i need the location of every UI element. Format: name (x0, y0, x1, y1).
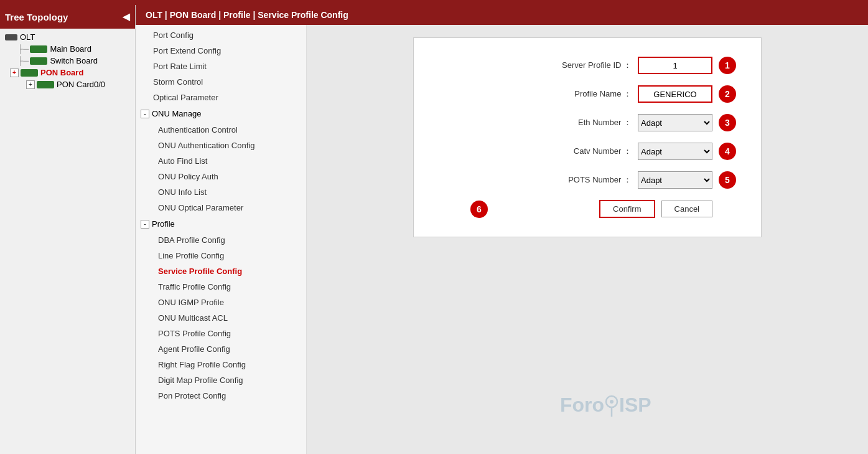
content-area: OLT | PON Board | Profile | Service Prof… (136, 5, 868, 454)
menu-item-dba[interactable]: DBA Profile Config (136, 232, 306, 248)
catv-number-select[interactable]: Adapt 012 (638, 143, 712, 160)
menu-item-onu-info[interactable]: ONU Info List (136, 184, 306, 200)
menu-item-igmp-profile[interactable]: ONU IGMP Profile (136, 295, 306, 310)
svg-point-2 (610, 400, 614, 404)
menu-item-storm[interactable]: Storm Control (136, 74, 306, 90)
breadcrumb: OLT | PON Board | Profile | Service Prof… (136, 5, 868, 25)
eth-number-row: Eth Number ： Adapt 01248 3 (426, 114, 736, 131)
pots-number-label: POTS Number ： (544, 174, 632, 186)
menu-item-pon-protect[interactable]: Pon Protect Config (136, 388, 306, 404)
profile-label: Profile (152, 219, 175, 229)
pon-card-label: PON Card0/0 (57, 80, 105, 89)
menu-item-port-extend[interactable]: Port Extend Config (136, 43, 306, 59)
sidebar-item-switch-board[interactable]: ├─ Switch Board (0, 55, 135, 67)
profile-expand[interactable]: - (141, 220, 149, 229)
menu-item-right-flag[interactable]: Right Flag Profile Config (136, 357, 306, 372)
step-3-badge: 3 (719, 114, 736, 131)
foro-antenna-icon (605, 394, 618, 417)
form-panel: Server Profile ID ： 1 Profile Name ： 2 E… (413, 37, 762, 237)
pots-number-row: POTS Number ： Adapt 01248 5 (426, 171, 736, 189)
menu-item-port-rate[interactable]: Port Rate Limit (136, 59, 306, 74)
catv-number-row: Catv Number ： Adapt 012 4 (426, 143, 736, 160)
main-board-label: Main Board (50, 44, 91, 54)
left-menu: Port Config Port Extend Config Port Rate… (136, 25, 307, 454)
server-profile-id-input[interactable] (638, 57, 712, 74)
pon-card-expand[interactable]: + (26, 80, 35, 89)
menu-item-multicast-acl[interactable]: ONU Multicast ACL (136, 310, 306, 326)
step-4-badge: 4 (719, 143, 736, 160)
menu-section-onu-manage[interactable]: - ONU Manage (136, 105, 306, 122)
step-5-badge: 5 (719, 171, 736, 189)
isp-text: ISP (619, 394, 651, 417)
pon-board-icon (21, 69, 38, 77)
sidebar-item-main-board[interactable]: ├─ Main Board (0, 43, 135, 55)
menu-item-digit-map[interactable]: Digit Map Profile Config (136, 372, 306, 388)
cancel-button[interactable]: Cancel (661, 201, 712, 217)
server-profile-id-row: Server Profile ID ： 1 (426, 57, 736, 74)
content-split: Port Config Port Extend Config Port Rate… (136, 25, 868, 454)
foro-text: Foro (560, 394, 604, 417)
sidebar-title: Tree Topology (5, 12, 68, 22)
eth-number-label: Eth Number ： (544, 117, 632, 128)
pon-card-icon (37, 81, 54, 88)
menu-item-auth-control[interactable]: Authentication Control (136, 122, 306, 138)
switch-board-icon (30, 57, 47, 65)
menu-item-onu-policy[interactable]: ONU Policy Auth (136, 169, 306, 184)
onu-manage-label: ONU Manage (152, 109, 201, 118)
sidebar-item-pon-card[interactable]: + PON Card0/0 (0, 78, 135, 90)
profile-name-input[interactable] (638, 85, 712, 103)
olt-icon (5, 34, 17, 40)
sidebar-item-pon-board[interactable]: + PON Board (0, 67, 135, 78)
menu-item-optical[interactable]: Optical Parameter (136, 90, 306, 105)
collapse-icon[interactable]: ◀ (123, 11, 130, 22)
menu-section-profile[interactable]: - Profile (136, 215, 306, 232)
eth-number-select[interactable]: Adapt 01248 (638, 114, 712, 131)
menu-item-agent-profile[interactable]: Agent Profile Config (136, 341, 306, 357)
line-connector2: ├─ (17, 56, 29, 65)
onu-manage-expand[interactable]: - (141, 110, 149, 118)
olt-label: OLT (20, 32, 35, 42)
menu-item-line-profile[interactable]: Line Profile Config (136, 248, 306, 263)
menu-item-auto-find[interactable]: Auto Find List (136, 153, 306, 169)
menu-item-onu-auth[interactable]: ONU Authentication Config (136, 138, 306, 153)
button-row: 6 Confirm Cancel (426, 200, 736, 218)
sidebar-item-olt[interactable]: OLT (0, 31, 135, 43)
step-6-badge: 6 (470, 201, 488, 218)
watermark: Foro ISP (560, 394, 651, 417)
pon-board-expand[interactable]: + (10, 69, 19, 77)
step-2-badge: 2 (719, 85, 736, 103)
sidebar-tree: OLT ├─ Main Board ├─ Switch Board + PON … (0, 29, 135, 454)
top-bar (0, 0, 868, 5)
catv-number-label: Catv Number ： (544, 146, 632, 157)
breadcrumb-text: OLT | PON Board | Profile | Service Prof… (146, 10, 348, 20)
right-panel: Foro ISP Server Profile ID ： 1 (307, 25, 868, 454)
svg-point-0 (606, 396, 617, 407)
server-profile-id-label: Server Profile ID ： (544, 60, 632, 71)
step-1-badge: 1 (719, 57, 736, 74)
confirm-button[interactable]: Confirm (599, 200, 655, 218)
menu-item-port-config[interactable]: Port Config (136, 27, 306, 43)
pon-board-label: PON Board (40, 68, 83, 77)
main-board-icon (30, 45, 47, 53)
menu-item-pots-profile[interactable]: POTS Profile Config (136, 326, 306, 341)
sidebar-header: Tree Topology ◀ (0, 5, 135, 29)
sidebar: Tree Topology ◀ OLT ├─ Main Board ├─ Swi… (0, 5, 136, 454)
menu-item-traffic-profile[interactable]: Traffic Profile Config (136, 279, 306, 295)
menu-item-onu-optical[interactable]: ONU Optical Parameter (136, 200, 306, 215)
profile-name-label: Profile Name ： (544, 88, 632, 100)
pots-number-select[interactable]: Adapt 01248 (638, 171, 712, 189)
menu-item-service-profile[interactable]: Service Profile Config (136, 263, 306, 279)
line-connector: ├─ (17, 44, 29, 54)
profile-name-row: Profile Name ： 2 (426, 85, 736, 103)
switch-board-label: Switch Board (50, 56, 98, 65)
